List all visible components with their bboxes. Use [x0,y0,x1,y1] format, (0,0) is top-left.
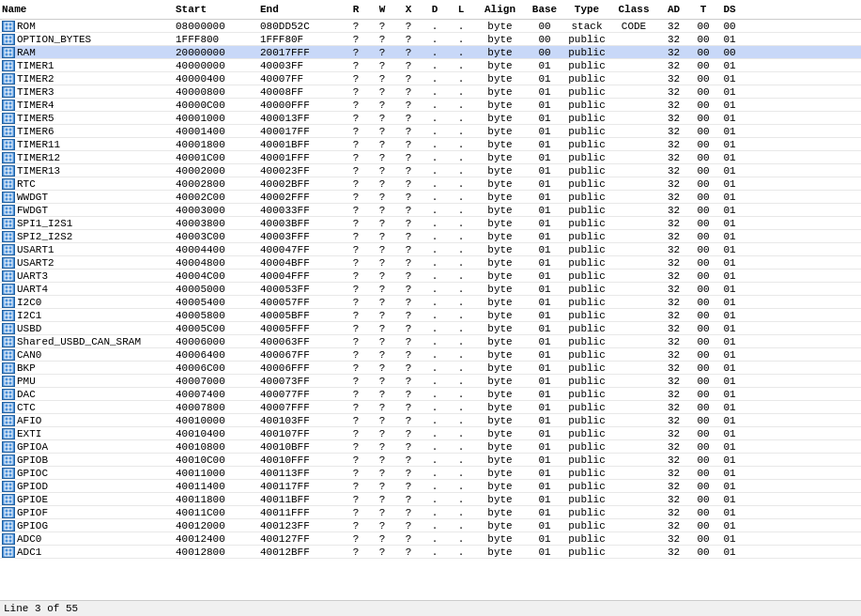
table-row[interactable]: I2C1 40005800 40005BFF ? ? ? . . byte 01… [0,309,861,322]
table-row[interactable]: RTC 40002800 40002BFF ? ? ? . . byte 01 … [0,177,861,191]
table-row[interactable]: AFIO 40010000 400103FF ? ? ? . . byte 01… [0,414,861,427]
col-header-d[interactable]: D [422,2,448,17]
cell-w: ? [369,86,395,98]
cell-end: 40007FFF [258,402,343,413]
col-header-r[interactable]: R [343,2,369,17]
cell-ad: 32 [657,47,690,58]
col-header-w[interactable]: W [369,2,395,17]
table-row[interactable]: PMU 40007000 400073FF ? ? ? . . byte 01 … [0,375,861,388]
cell-type: public [563,454,610,466]
cell-w: ? [369,73,395,85]
name-label: Shared_USBD_CAN_SRAM [17,336,141,347]
table-row[interactable]: FWDGT 40003000 400033FF ? ? ? . . byte 0… [0,204,861,217]
table-row[interactable]: Shared_USBD_CAN_SRAM 40006000 400063FF ?… [0,335,861,348]
cell-ad: 32 [657,533,690,545]
table-row[interactable]: TIMER13 40002000 400023FF ? ? ? . . byte… [0,164,861,177]
row-icon [2,547,15,558]
table-body: ROM 08000000 080DD52C ? ? ? . . byte 00 … [0,20,861,600]
name-label: USART2 [17,257,54,269]
table-row[interactable]: I2C0 40005400 400057FF ? ? ? . . byte 01… [0,296,861,309]
col-header-start[interactable]: Start [174,2,258,17]
col-header-ds[interactable]: DS [716,2,743,17]
cell-ds: 01 [716,454,743,466]
table-row[interactable]: TIMER2 40000400 40007FF ? ? ? . . byte 0… [0,72,861,85]
table-row[interactable]: WWDGT 40002C00 40002FFF ? ? ? . . byte 0… [0,191,861,204]
cell-align: byte [474,47,526,58]
table-row[interactable]: DAC 40007400 400077FF ? ? ? . . byte 01 … [0,388,861,401]
table-row[interactable]: USART2 40004800 40004BFF ? ? ? . . byte … [0,256,861,270]
cell-x: ? [395,192,422,203]
table-row[interactable]: TIMER4 40000C00 40000FFF ? ? ? . . byte … [0,99,861,112]
table-row[interactable]: ADC1 40012800 40012BFF ? ? ? . . byte 01… [0,546,861,559]
table-row[interactable]: ROM 08000000 080DD52C ? ? ? . . byte 00 … [0,20,861,33]
name-label: GPIOC [17,468,48,479]
table-row[interactable]: USBD 40005C00 40005FFF ? ? ? . . byte 01… [0,322,861,335]
col-header-ad[interactable]: AD [657,2,690,17]
table-row[interactable]: GPIOF 40011C00 40011FFF ? ? ? . . byte 0… [0,506,861,519]
table-row[interactable]: GPIOG 40012000 400123FF ? ? ? . . byte 0… [0,519,861,532]
cell-t: 00 [690,231,716,242]
col-header-name[interactable]: Name [0,2,174,17]
col-header-type[interactable]: Type [563,2,610,17]
cell-w: ? [369,376,395,387]
cell-d: . [422,205,448,216]
col-header-align[interactable]: Align [474,2,526,17]
table-row[interactable]: ADC0 40012400 400127FF ? ? ? . . byte 01… [0,532,861,546]
cell-d: . [422,323,448,334]
cell-r: ? [343,284,369,295]
table-row[interactable]: CAN0 40006400 400067FF ? ? ? . . byte 01… [0,348,861,362]
row-icon [2,47,15,58]
table-row[interactable]: TIMER12 40001C00 40001FFF ? ? ? . . byte… [0,151,861,164]
cell-ad: 32 [657,362,690,374]
table-row[interactable]: TIMER6 40001400 400017FF ? ? ? . . byte … [0,125,861,138]
table-row[interactable]: CTC 40007800 40007FFF ? ? ? . . byte 01 … [0,401,861,414]
cell-t: 00 [690,323,716,334]
table-row[interactable]: RAM 20000000 20017FFF ? ? ? . . byte 00 … [0,46,861,59]
cell-ad: 32 [657,165,690,177]
cell-r: ? [343,178,369,190]
table-row[interactable]: GPIOB 40010C00 40010FFF ? ? ? . . byte 0… [0,454,861,467]
row-icon [2,60,15,71]
cell-base: 01 [526,376,563,387]
cell-d: . [422,139,448,150]
cell-align: byte [474,152,526,163]
col-header-end[interactable]: End [258,2,343,17]
cell-end: 400023FF [258,165,343,177]
table-row[interactable]: GPIOC 40011000 400113FF ? ? ? . . byte 0… [0,467,861,480]
table-row[interactable]: TIMER1 40000000 40003FF ? ? ? . . byte 0… [0,59,861,72]
table-row[interactable]: UART4 40005000 400053FF ? ? ? . . byte 0… [0,283,861,296]
table-row[interactable]: SPI1_I2S1 40003800 40003BFF ? ? ? . . by… [0,217,861,230]
name-label: SPI1_I2S1 [17,218,72,229]
col-header-class[interactable]: Class [610,2,657,17]
cell-ds: 01 [716,441,743,453]
col-header-x[interactable]: X [395,2,422,17]
cell-x: ? [395,113,422,124]
cell-x: ? [395,86,422,98]
cell-x: ? [395,47,422,58]
table-row[interactable]: TIMER5 40001000 400013FF ? ? ? . . byte … [0,112,861,125]
table-row[interactable]: USART1 40004400 400047FF ? ? ? . . byte … [0,243,861,256]
table-row[interactable]: TIMER3 40000800 40008FF ? ? ? . . byte 0… [0,85,861,99]
table-row[interactable]: OPTION_BYTES 1FFF800 1FFF80F ? ? ? . . b… [0,33,861,46]
cell-base: 01 [526,507,563,518]
col-header-base[interactable]: Base [526,2,563,17]
cell-r: ? [343,34,369,45]
cell-name: USART2 [0,257,174,269]
cell-name: SPI2_I2S2 [0,231,174,242]
cell-ds: 00 [716,47,743,58]
table-row[interactable]: TIMER11 40001800 40001BFF ? ? ? . . byte… [0,138,861,151]
cell-r: ? [343,231,369,242]
table-row[interactable]: BKP 40006C00 40006FFF ? ? ? . . byte 01 … [0,362,861,375]
cell-t: 00 [690,139,716,150]
table-row[interactable]: UART3 40004C00 40004FFF ? ? ? . . byte 0… [0,270,861,283]
cell-align: byte [474,454,526,466]
name-label: WWDGT [17,192,48,203]
table-row[interactable]: EXTI 40010400 400107FF ? ? ? . . byte 01… [0,427,861,440]
table-row[interactable]: SPI2_I2S2 40003C00 40003FFF ? ? ? . . by… [0,230,861,243]
col-header-t[interactable]: T [690,2,716,17]
table-row[interactable]: GPIOA 40010800 40010BFF ? ? ? . . byte 0… [0,440,861,454]
table-row[interactable]: GPIOE 40011800 40011BFF ? ? ? . . byte 0… [0,493,861,506]
table-row[interactable]: GPIOD 40011400 400117FF ? ? ? . . byte 0… [0,480,861,493]
col-header-l[interactable]: L [448,2,474,17]
cell-r: ? [343,218,369,229]
